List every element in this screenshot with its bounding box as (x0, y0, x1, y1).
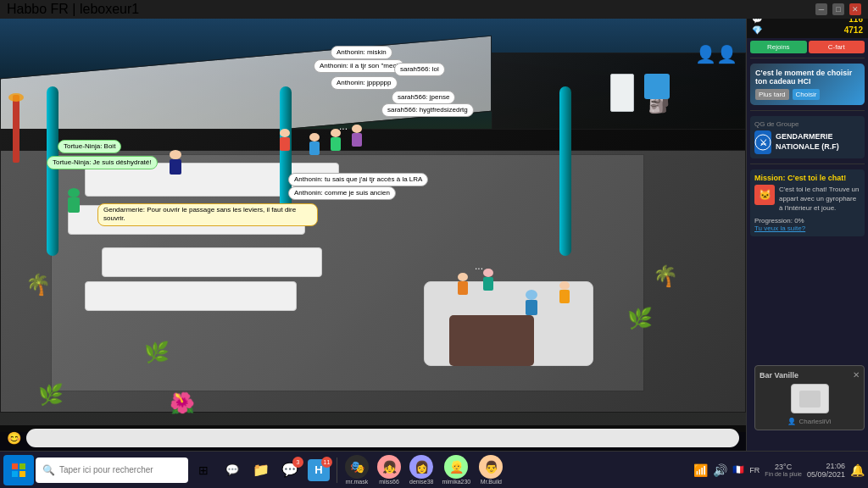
chat-11: Gendarmerie: Pour ouvrir le passage sans… (97, 203, 318, 226)
minimize-btn[interactable]: ─ (815, 3, 827, 15)
avatar-mr-build: 👨 (479, 455, 503, 479)
bar-popup-close-btn[interactable]: ✕ (853, 370, 860, 380)
plant-3: 🌺 (170, 391, 195, 415)
speech-dots-2: ... (475, 260, 483, 272)
bar-user: 👤 CharlesliVi (760, 418, 860, 425)
taskbar-user-mr-mask[interactable]: 🎭 mr.mask (342, 453, 372, 486)
task-icon-widgets[interactable]: ⊞ (190, 457, 217, 484)
fridge (610, 74, 634, 112)
gift-text: C'est le moment de choisir ton cadeau HC… (755, 69, 860, 86)
svg-rect-3 (19, 463, 25, 469)
plant-5: 🌿 (38, 383, 64, 407)
qg-name: GENDARMERIE NATIONALE (R.F) (776, 132, 860, 152)
mission-title: Mission: C'est toi le chat! (754, 174, 860, 182)
bar-popup-header: Bar Vanille ✕ (760, 370, 860, 380)
task-icon-msg[interactable]: 💬 3 (276, 457, 303, 484)
taskbar-user-denise38[interactable]: 👩 denise38 (406, 453, 437, 486)
username-mimika230: mimika230 (442, 479, 470, 485)
avatar-mimika230: 👱 (444, 455, 468, 479)
chat-4: Anthonin: jpppppp (331, 76, 398, 90)
lamp-light (8, 93, 24, 102)
qg-badge: ⚔ (754, 130, 771, 154)
tray-flag-icon: 🇫🇷 (732, 464, 744, 475)
stat-icon-3: 💎 (752, 25, 762, 35)
bar-item-preview (791, 384, 829, 413)
bar-vanille-popup: Bar Vanille ✕ 👤 CharlesliVi (754, 365, 865, 430)
chat-input[interactable] (26, 429, 739, 447)
char-bottom-3 (526, 290, 537, 315)
svg-rect-4 (12, 471, 18, 477)
taskbar-user-mimika230[interactable]: 👱 mimika230 (438, 453, 474, 486)
char-bottom-2 (483, 269, 493, 291)
taskbar: 🔍 ⊞ 💬 📁 💬 3 H 11 🎭 mr.mask 👧 miiss66 👩 d… (0, 451, 868, 488)
habbo-taskbar-icon[interactable]: H 11 (305, 457, 332, 484)
mission-text: C'est toi le chat! Trouve un appart avec… (779, 185, 860, 214)
tray-icon-network[interactable]: 📶 (693, 463, 708, 477)
system-tray: 📶 🔊 🇫🇷 FR 23°C Fin de la pluie 21:06 05/… (693, 462, 865, 479)
task-icon-explorer[interactable]: 📁 (248, 457, 275, 484)
pillar-right (559, 86, 571, 256)
chat-8: Tortue-Ninja: Je suis déshydraté! (47, 156, 158, 169)
stat-val-3: 4712 (844, 25, 863, 35)
chat-2: Anthonin: il a tjr son "mec" (314, 59, 404, 73)
username-mr-build: Mr.Build (481, 479, 502, 485)
mission-box: Mission: C'est toi le chat! 🐱 C'est toi … (750, 169, 865, 236)
maximize-btn[interactable]: □ (832, 3, 844, 15)
clock-time: 21:06 (826, 462, 845, 470)
system-clock[interactable]: 21:06 05/09/2021 (807, 462, 845, 479)
divider-1 (750, 58, 865, 58)
divider-2 (750, 110, 865, 111)
weather-widget: 23°C Fin de la pluie (765, 463, 802, 477)
gift-choose-btn[interactable]: Choisir (793, 89, 821, 100)
bar-item-container (760, 384, 860, 413)
emote-button[interactable]: 😊 (7, 431, 21, 445)
chat-9: Anthonin: tu sais que j'ai tjr accès à l… (288, 173, 428, 186)
chat-5: sarah566: jpense (392, 91, 455, 104)
plant-6: 🌿 (627, 307, 653, 330)
task-icon-cortana[interactable]: 💬 (219, 457, 246, 484)
char-tortue-ninja-1 (68, 188, 80, 213)
join-btn[interactable]: Rejoins (750, 41, 807, 53)
taskbar-user-miiss66[interactable]: 👧 miiss66 (374, 453, 404, 486)
tray-icon-sound[interactable]: 🔊 (713, 463, 727, 477)
mission-body: 🐱 C'est toi le chat! Trouve un appart av… (754, 185, 860, 214)
tray-action-center[interactable]: 🔔 (850, 463, 865, 477)
char-gendarmerie (170, 150, 181, 175)
mission-progress: Progression: 0% Tu veux la suite? (754, 217, 860, 232)
gift-btn-row: Plus tard Choisir (755, 89, 860, 100)
search-input[interactable] (59, 465, 170, 474)
taskbar-user-mr-build[interactable]: 👨 Mr.Build (476, 453, 506, 486)
qg-content: ⚔ GENDARMERIE NATIONALE (R.F) (754, 130, 860, 154)
lamp-post (13, 95, 19, 163)
search-box[interactable]: 🔍 (36, 458, 188, 483)
progress-label: Progression: 0% (754, 217, 804, 225)
plant-2: 🌿 (144, 341, 170, 364)
bar-username: CharlesliVi (798, 418, 831, 425)
weather-temp: 23°C (775, 463, 792, 471)
chat-input-bar: 😊 (0, 425, 746, 451)
sofa-row-4 (85, 281, 297, 311)
sofa-row-3 (102, 247, 322, 277)
username-mr-mask: mr.mask (346, 479, 368, 485)
tray-lang: FR (749, 466, 760, 474)
clock-date: 05/09/2021 (807, 470, 845, 479)
char-bottom-4 (559, 281, 570, 303)
search-icon: 🔍 (42, 464, 55, 476)
mission-link[interactable]: Tu veux la suite? (754, 225, 805, 232)
avatar-mr-mask: 🎭 (345, 455, 369, 479)
avatar-denise38: 👩 (409, 455, 433, 479)
cfart-btn[interactable]: C-fart (809, 41, 865, 53)
gift-later-btn[interactable]: Plus tard (755, 89, 789, 100)
username-denise38: denise38 (409, 479, 433, 485)
plant-4: 🌴 (653, 264, 678, 288)
msg-badge: 3 (292, 457, 303, 468)
gift-banner: C'est le moment de choisir ton cadeau HC… (750, 64, 865, 105)
start-button[interactable] (3, 455, 34, 485)
speech-dots-1: ... (339, 120, 348, 132)
weather-desc: Fin de la pluie (765, 471, 802, 477)
username-miiss66: miiss66 (379, 479, 399, 485)
close-btn[interactable]: ✕ (849, 3, 861, 15)
chat-10: Anthonin: comme je suis ancien (288, 186, 396, 200)
char-bottom-1 (458, 273, 468, 295)
chat-6: sarah566: hygtfredsizedrtg (381, 103, 474, 117)
